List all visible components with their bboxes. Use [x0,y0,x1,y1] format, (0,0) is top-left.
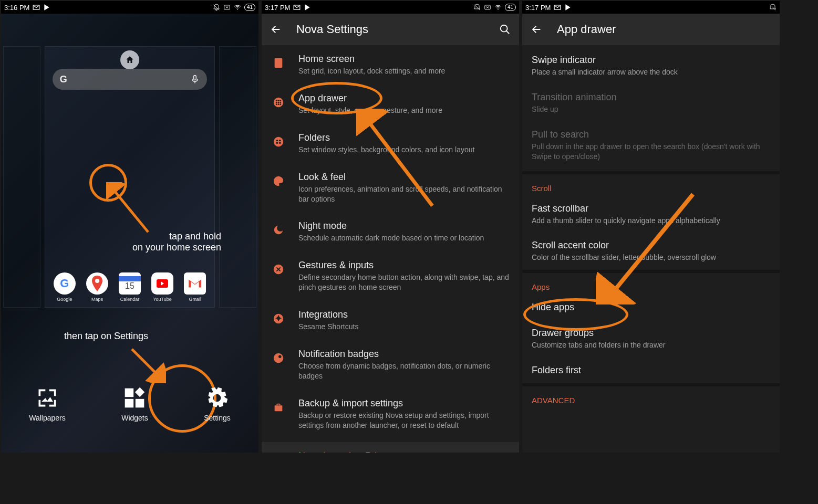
svg-rect-26 [276,140,278,141]
app-google[interactable]: G Google [51,272,78,302]
play-store-icon [43,4,50,11]
preview-panel-main[interactable]: G G Google Maps 15 [45,46,215,308]
back-icon[interactable] [531,24,542,35]
briefcase-icon [273,402,284,413]
preview-panel-left[interactable] [3,46,40,308]
app-row: G Google Maps 15 Calendar [45,272,214,302]
home-screen-preview-strip: G G Google Maps 15 [1,46,258,308]
svg-rect-14 [275,58,283,68]
calendar-icon: 15 [119,272,141,295]
svg-point-32 [274,353,283,363]
status-bar: 3:17 PM [522,1,780,14]
app-bar: App drawer [522,14,780,45]
app-youtube[interactable]: YouTube [149,272,175,302]
wifi-icon [234,4,241,11]
svg-line-13 [506,31,510,34]
dnd-icon [769,4,776,11]
row-backup[interactable]: Backup & import settingsBackup or restor… [262,390,519,439]
badge-icon [273,352,284,364]
svg-point-24 [279,103,281,105]
status-time: 3:17 PM [265,4,290,12]
maps-icon [86,272,108,295]
status-time: 3:16 PM [4,4,29,12]
item-folders-first[interactable]: Folders first [522,358,780,383]
screenshot-1-home-editor: 3:16 PM 41 G G Google [1,1,258,453]
svg-point-25 [274,137,283,146]
battery-level: 41 [505,4,516,11]
annotation-arrow-4 [596,189,701,304]
svg-point-11 [498,9,499,10]
item-swipe-indicator[interactable]: Swipe indicatorPlace a small indicator a… [522,47,780,85]
svg-point-18 [279,100,281,101]
x-box-icon [223,4,231,11]
widgets-icon [123,386,146,410]
app-bar: Nova Settings [262,14,519,45]
item-transition-animation: Transition animationSlide up [522,85,780,122]
play-store-icon [564,4,572,11]
mail-icon [554,4,561,11]
moon-icon [273,224,284,236]
google-g-icon: G [60,74,67,85]
preview-panel-right[interactable] [219,46,256,308]
mail-icon [33,4,40,11]
google-search-bar[interactable]: G [53,69,207,90]
svg-point-22 [276,103,277,105]
row-home-screen[interactable]: Home screenSet grid, icon layout, dock s… [262,45,519,85]
battery-level: 41 [244,4,255,11]
svg-line-37 [612,194,693,294]
editor-settings[interactable]: Settings [204,386,231,422]
svg-rect-8 [136,399,144,408]
category-advanced[interactable]: ADVANCED [522,386,780,408]
svg-rect-29 [279,142,281,144]
svg-point-3 [95,279,99,283]
svg-point-21 [279,102,281,103]
gesture-icon [273,264,284,275]
svg-point-2 [237,9,238,10]
back-icon[interactable] [270,24,282,35]
page-title: Nova Settings [296,23,484,36]
palette-icon [273,175,284,187]
annotation-text-2: then tap on Settings [64,331,148,342]
folder-icon [273,136,284,148]
screenshot-3-app-drawer-settings: 3:17 PM App drawer Swipe indicatorPlace … [522,1,780,453]
puzzle-icon [273,313,284,324]
svg-rect-27 [279,140,281,141]
row-notification-badges[interactable]: Notification badgesChoose from dynamic b… [262,340,519,390]
svg-point-33 [278,355,282,359]
search-icon[interactable] [499,24,511,35]
svg-point-17 [278,100,279,101]
settings-gear-icon [205,386,229,410]
home-editor-bar: Wallpapers Widgets Settings [1,369,258,453]
svg-rect-7 [125,399,134,408]
svg-rect-28 [276,142,278,144]
svg-point-19 [276,102,277,103]
app-calendar[interactable]: 15 Calendar [117,272,143,302]
tablet-icon [273,57,284,69]
svg-point-20 [278,102,279,103]
status-bar: 3:17 PM 41 [262,1,519,14]
svg-rect-6 [125,388,134,397]
mail-icon [293,4,301,11]
editor-wallpapers[interactable]: Wallpapers [29,386,66,422]
row-gestures[interactable]: Gestures & inputsDefine secondary home b… [262,251,519,301]
play-store-icon [304,4,311,11]
mic-icon[interactable] [190,75,200,84]
svg-point-23 [278,103,279,105]
annotation-arrow-3 [356,109,440,214]
page-title: App drawer [557,23,771,36]
annotation-text-1: tap and hold on your home screen [132,231,221,253]
row-night-mode[interactable]: Night modeSchedule automatic dark mode b… [262,212,519,251]
gmail-icon [184,272,206,295]
svg-rect-34 [275,405,283,411]
section-top: Swipe indicatorPlace a small indicator a… [522,45,780,171]
dnd-icon [213,4,220,11]
app-maps[interactable]: Maps [84,272,110,302]
annotation-arrow-1 [106,182,153,235]
svg-point-16 [276,100,277,101]
editor-widgets[interactable]: Widgets [121,386,148,422]
item-pull-to-search: Pull to searchPull down in the app drawe… [522,122,780,169]
row-integrations[interactable]: IntegrationsSesame Shortcuts [262,301,519,340]
wallpapers-icon [36,386,59,410]
row-prime[interactable]: Nova Launcher Prime6.2.12 Tap to see the… [262,442,519,453]
app-gmail[interactable]: Gmail [182,272,208,302]
